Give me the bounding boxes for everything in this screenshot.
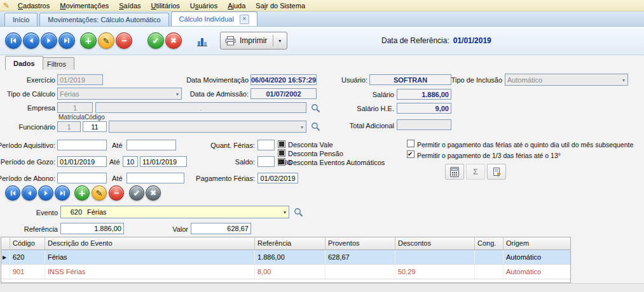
delete-button[interactable]: − bbox=[116, 32, 132, 49]
evento-code: 620 bbox=[63, 208, 82, 216]
quant-ferias-field[interactable] bbox=[257, 140, 275, 150]
nav-last-button[interactable] bbox=[58, 32, 75, 49]
last-record-icon bbox=[63, 37, 71, 44]
usuario-label: Usuário: bbox=[341, 76, 367, 84]
menu-item-cadastros[interactable]: Cadastros bbox=[13, 1, 55, 11]
grid-header-codigo: Código bbox=[10, 237, 45, 249]
tipo-inclusao-select: Automático ▾ bbox=[505, 74, 628, 86]
event-edit-button[interactable]: ✎ bbox=[92, 185, 107, 201]
grid-header-indicator bbox=[1, 237, 10, 249]
periodo-gozo-end-field[interactable]: 11/01/2019 bbox=[140, 156, 187, 167]
x-icon: ✖ bbox=[150, 189, 156, 197]
desconta-vale-checkbox[interactable] bbox=[278, 140, 285, 148]
print-button[interactable]: Imprimir ▾ bbox=[220, 32, 287, 50]
pagamento-ferias-field[interactable]: 01/02/2019 bbox=[257, 173, 298, 183]
cell-cong bbox=[475, 250, 504, 264]
calculator-button[interactable] bbox=[445, 164, 464, 180]
pencil-icon: ✎ bbox=[103, 37, 110, 45]
saldo-field[interactable] bbox=[257, 156, 275, 167]
tipo-calculo-label: Tipo de Cálculo bbox=[7, 90, 55, 98]
menu-item-movimentacoes[interactable]: Movimentações bbox=[55, 1, 114, 11]
periodo-aquisitivo-end-field[interactable] bbox=[127, 140, 176, 150]
row-indicator-cell: ▶ bbox=[1, 250, 10, 264]
total-adicional-field bbox=[397, 119, 451, 130]
event-confirm-button[interactable]: ✔ bbox=[129, 185, 144, 201]
periodo-abono-start-field[interactable] bbox=[57, 173, 107, 183]
cell-proventos bbox=[325, 265, 395, 279]
event-cancel-button[interactable]: ✖ bbox=[146, 185, 161, 201]
evento-search-button[interactable] bbox=[292, 206, 304, 218]
evento-select[interactable]: 620 Férias ▾ bbox=[60, 206, 289, 218]
menu-item-utilitarios[interactable]: Utilitários bbox=[146, 1, 185, 11]
tab-inicio[interactable]: Início bbox=[4, 13, 38, 26]
insert-button[interactable]: + bbox=[80, 32, 97, 49]
nav-next-button[interactable] bbox=[41, 32, 57, 49]
evento-label: Evento bbox=[36, 209, 58, 216]
minus-icon: − bbox=[121, 36, 127, 45]
event-insert-button[interactable]: + bbox=[74, 185, 90, 201]
usuario-field: SOFTRAN bbox=[369, 74, 451, 85]
tab-label: Cálculo Individual bbox=[179, 15, 234, 23]
tab-close-icon[interactable]: ✕ bbox=[240, 15, 249, 24]
table-row[interactable]: ▶ 620 Férias 1.886,00 628,67 Automático bbox=[1, 250, 570, 265]
event-nav-last-button[interactable] bbox=[55, 185, 70, 201]
menu-item-sair-do-sistema[interactable]: Sair do Sistema bbox=[250, 1, 310, 11]
print-divider bbox=[273, 35, 273, 46]
permitir-terco-checkbox[interactable] bbox=[407, 150, 414, 158]
cancel-button[interactable]: ✖ bbox=[165, 32, 182, 49]
valor-field[interactable]: 628,67 bbox=[191, 223, 251, 234]
nav-first-button[interactable] bbox=[5, 32, 22, 49]
report-button[interactable] bbox=[487, 164, 506, 180]
referencia-field[interactable]: 1.886,00 bbox=[60, 223, 124, 234]
event-nav-first-button[interactable] bbox=[5, 185, 20, 201]
menu-item-usuarios[interactable]: Usuários bbox=[185, 1, 223, 11]
plus-icon: + bbox=[85, 36, 92, 46]
funcionario-search-button[interactable] bbox=[310, 121, 321, 132]
ate-label: Até bbox=[112, 175, 123, 182]
chevron-down-icon: ▾ bbox=[176, 91, 179, 96]
prev-record-icon bbox=[27, 37, 35, 44]
permitir-quinto-checkbox[interactable] bbox=[407, 140, 414, 147]
tab-movimentacoes-calculo-automatico[interactable]: Movimentações: Cálculo Automático bbox=[39, 13, 168, 26]
codigo-label: Código bbox=[85, 114, 105, 121]
cell-codigo: 620 bbox=[10, 250, 45, 264]
desconta-pensao-checkbox[interactable] bbox=[278, 149, 285, 157]
evento-descricao: Férias bbox=[87, 208, 107, 216]
menu-item-saidas[interactable]: Saídas bbox=[114, 1, 146, 11]
edit-button[interactable]: ✎ bbox=[98, 32, 114, 49]
event-delete-button[interactable]: − bbox=[109, 185, 124, 201]
periodo-aquisitivo-start-field[interactable] bbox=[57, 140, 107, 150]
data-movimentacao-label: Data Movimentação bbox=[186, 76, 249, 84]
funcionario-codigo-field[interactable]: 11 bbox=[83, 121, 107, 132]
application-window: ✎ Cadastros Movimentações Saídas Utilitá… bbox=[0, 0, 644, 292]
gozo-dias-field[interactable]: 10 bbox=[123, 156, 138, 167]
data-admissao-label: Data de Admissão: bbox=[190, 90, 249, 98]
sum-button[interactable]: Σ bbox=[466, 164, 485, 180]
empresa-search-button[interactable] bbox=[310, 102, 321, 114]
desconta-pensao-label: Desconta Pensão bbox=[288, 150, 343, 157]
print-dropdown-caret-icon[interactable]: ▾ bbox=[277, 38, 282, 44]
menu-item-ajuda[interactable]: Ajuda bbox=[223, 1, 250, 11]
search-icon bbox=[311, 103, 320, 113]
cell-proventos: 628,67 bbox=[325, 250, 395, 264]
grid-header-origem: Origem bbox=[504, 237, 570, 249]
confirm-button[interactable]: ✔ bbox=[147, 32, 164, 49]
grid-header-referencia: Referência bbox=[255, 237, 325, 249]
nav-prev-button[interactable] bbox=[23, 32, 39, 49]
periodo-gozo-start-field[interactable]: 01/01/2019 bbox=[57, 156, 107, 167]
event-nav-prev-button[interactable] bbox=[22, 185, 37, 201]
periodo-abono-end-field[interactable] bbox=[127, 173, 184, 183]
periodo-abono-label: Período de Abono: bbox=[0, 175, 55, 182]
event-nav-next-button[interactable] bbox=[38, 185, 53, 201]
search-icon bbox=[294, 208, 303, 217]
tab-calculo-individual[interactable]: Cálculo Individual ✕ bbox=[171, 11, 257, 26]
tab-filtros[interactable]: Filtros bbox=[39, 57, 74, 70]
events-grid: Código Descrição do Evento Referência Pr… bbox=[1, 237, 571, 283]
tab-dados[interactable]: Dados bbox=[5, 56, 43, 70]
cell-referencia: 8,00 bbox=[255, 265, 325, 279]
pencil-icon: ✎ bbox=[96, 189, 103, 197]
chevron-down-icon: ▾ bbox=[622, 77, 625, 83]
data-movimentacao-field: 06/04/2020 16:57:29 bbox=[250, 74, 317, 85]
chart-button[interactable] bbox=[193, 33, 212, 50]
table-row[interactable]: ▶ 901 INSS Férias 8,00 50,29 Automático bbox=[1, 265, 570, 279]
